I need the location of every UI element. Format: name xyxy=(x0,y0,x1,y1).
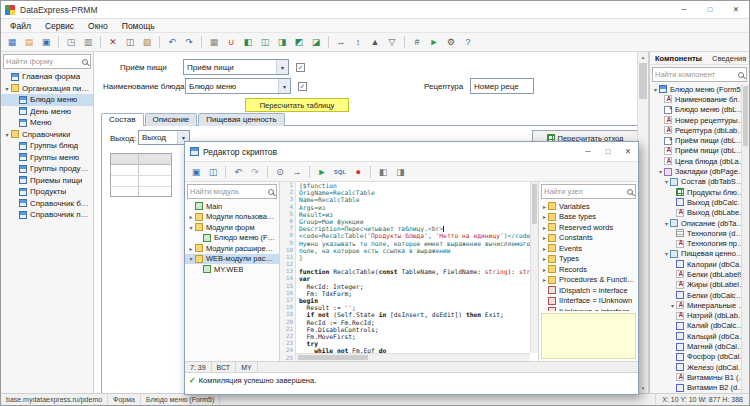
tree-item[interactable]: Продукты xyxy=(1,186,93,198)
help-button[interactable]: ? xyxy=(460,34,476,50)
paste-button[interactable]: ▧ xyxy=(139,34,155,50)
node-item[interactable]: ▸ Records xyxy=(539,264,638,275)
close-button[interactable]: ✕ xyxy=(618,142,638,161)
minimize-button[interactable]: ─ xyxy=(671,1,697,18)
close-button[interactable]: ✕ xyxy=(723,1,749,18)
module-item[interactable]: Блюдо меню (Form5) xyxy=(185,233,279,244)
node-item[interactable]: ▸ Base types xyxy=(539,212,638,223)
expander-icon[interactable]: ▾ xyxy=(657,168,664,175)
dish-combobox[interactable]: Блюдо меню xyxy=(185,78,291,94)
component-item[interactable]: Белки (dbLabel9) xyxy=(650,269,749,279)
redo-icon[interactable]: ↷ xyxy=(247,164,263,180)
component-item[interactable]: Наименование блюда (dbLabel2) xyxy=(650,94,749,104)
component-item[interactable]: Технология (dbMemo1) xyxy=(650,228,749,238)
node-item[interactable]: IUnknown = interface xyxy=(539,306,638,311)
component-item[interactable]: Натрий (dbLabel28) xyxy=(650,311,749,321)
snap-button[interactable]: ∪ xyxy=(223,34,239,50)
align-top-button[interactable]: ◩ xyxy=(291,34,307,50)
expander-icon[interactable]: ▸ xyxy=(187,213,195,220)
code-horizontal-scrollbar[interactable] xyxy=(296,353,530,361)
component-item[interactable]: ▾ Минеральные вещества (dbLabel11) xyxy=(650,300,749,310)
maximize-button[interactable]: □ xyxy=(598,142,618,161)
component-item[interactable]: Выход (dbLabel5) xyxy=(650,208,749,218)
component-item[interactable]: Блюдо меню (dbLookupComboBox1) xyxy=(650,105,749,115)
module-item[interactable]: ▾ WEB-модули расширений xyxy=(185,254,279,265)
panel-left-icon[interactable]: ◧ xyxy=(375,164,391,180)
module-item[interactable]: Main xyxy=(185,201,279,212)
nodes-search-input[interactable] xyxy=(544,187,625,196)
settings-button[interactable]: ⚙ xyxy=(443,34,459,50)
save-icon[interactable]: ▣ xyxy=(188,164,204,180)
tree-item[interactable]: Приемы пищи xyxy=(1,175,93,187)
component-item[interactable]: ▾ Закладки (dbPageControl1) xyxy=(650,166,749,176)
expander-icon[interactable]: ▸ xyxy=(541,245,548,252)
designer-tab[interactable]: Описание xyxy=(145,113,198,126)
expander-icon[interactable]: ▾ xyxy=(663,220,670,227)
tree-item[interactable]: День меню xyxy=(1,106,93,118)
module-item[interactable]: ▸ Модули пользователя xyxy=(185,212,279,223)
run-button[interactable]: ► xyxy=(426,34,442,50)
tree-item[interactable]: Группы меню xyxy=(1,152,93,164)
component-item[interactable]: ▾ Блюдо меню (Form5) xyxy=(650,84,749,94)
component-item[interactable]: Калории (dbCalcEdit2) xyxy=(650,259,749,269)
tree-item[interactable]: Блюдо меню xyxy=(1,94,93,106)
align-center-button[interactable]: ◫ xyxy=(257,34,273,50)
align-left-button[interactable]: ◧ xyxy=(240,34,256,50)
scroll-thumb[interactable] xyxy=(743,86,748,146)
expander-icon[interactable]: ▸ xyxy=(541,224,548,231)
expander-icon[interactable]: ▸ xyxy=(541,276,548,283)
align-right-button[interactable]: ◨ xyxy=(274,34,290,50)
find-icon[interactable]: ⊙ xyxy=(272,164,288,180)
minimize-button[interactable]: ─ xyxy=(578,142,598,161)
expander-icon[interactable]: ▾ xyxy=(3,85,11,92)
expander-icon[interactable]: ▾ xyxy=(669,302,676,309)
component-item[interactable]: Цена блюда (dbLabel8) xyxy=(650,156,749,166)
tree-item[interactable]: Группы блюд xyxy=(1,140,93,152)
modules-search-input[interactable] xyxy=(190,187,266,196)
component-item[interactable]: Магний (dbCalcEdit7) xyxy=(650,341,749,351)
node-item[interactable]: ▸ Constants xyxy=(539,233,638,244)
expander-icon[interactable]: ▸ xyxy=(541,255,548,262)
expander-icon[interactable]: ▾ xyxy=(187,224,195,231)
send-back-button[interactable]: ▽ xyxy=(384,34,400,50)
expander-icon[interactable]: ▾ xyxy=(663,250,670,257)
component-item[interactable]: Выход (dbCalcEdit1) xyxy=(650,197,749,207)
scroll-down-icon[interactable] xyxy=(638,383,648,393)
output-field[interactable]: Выход xyxy=(138,130,190,145)
script-editor-titlebar[interactable]: Редактор скриптов ─ □ ✕ xyxy=(185,142,638,162)
component-item[interactable]: Железо (dbCalcEdit9) xyxy=(650,362,749,372)
node-item[interactable]: ▸ Events xyxy=(539,243,638,254)
node-item[interactable]: ▸ Types xyxy=(539,254,638,265)
expander-icon[interactable]: ▸ xyxy=(541,213,548,220)
maximize-button[interactable]: □ xyxy=(697,1,723,18)
component-item[interactable]: Калий (dbCalcEdit5) xyxy=(650,321,749,331)
component-item[interactable]: Кальций (dbCalcEdit6) xyxy=(650,331,749,341)
component-item[interactable]: ▾ Состав (dbTabSheet1) xyxy=(650,177,749,187)
same-height-button[interactable]: ↕ xyxy=(350,34,366,50)
component-item[interactable]: Жиры (dbLabel10) xyxy=(650,280,749,290)
module-item[interactable]: ▾ Модули форм xyxy=(185,222,279,233)
meal-checkbox[interactable] xyxy=(296,63,305,72)
tree-item[interactable]: ▾ Организация питания xyxy=(1,83,93,95)
bring-front-button[interactable]: ▲ xyxy=(367,34,383,50)
expander-icon[interactable]: ▸ xyxy=(541,266,548,273)
component-item[interactable]: Приём пищи (dbLookupComboBox2) xyxy=(650,135,749,145)
component-item[interactable]: Витамин B2 (dbCalcEdit10) xyxy=(650,383,749,393)
tree-item[interactable]: Справочник блюд xyxy=(1,198,93,210)
node-item[interactable]: ▸ Procedures & Functions xyxy=(539,275,638,286)
export-button[interactable]: ◳ xyxy=(63,34,79,50)
designer-tab[interactable]: Пищевая ценность xyxy=(198,113,284,126)
component-item[interactable]: Фосфор (dbCalcEdit8) xyxy=(650,352,749,362)
node-item[interactable]: ▸ Variables xyxy=(539,201,638,212)
dropdown-arrow-icon[interactable] xyxy=(278,79,290,93)
tree-item[interactable]: Группы продуктов xyxy=(1,163,93,175)
node-item[interactable]: ▸ Reserved words xyxy=(539,222,638,233)
recalc-table-button[interactable]: Пересчитать таблицу xyxy=(245,98,349,112)
print-button[interactable]: ▥ xyxy=(80,34,96,50)
dropdown-arrow-icon[interactable] xyxy=(276,60,288,74)
designer-tab[interactable]: Состав xyxy=(101,113,144,126)
components-scrollbar[interactable] xyxy=(741,84,749,393)
goto-icon[interactable]: → xyxy=(289,164,305,180)
component-item[interactable]: Приём пищи (dbLabel6) xyxy=(650,146,749,156)
tree-item[interactable]: ▾ Справочники xyxy=(1,129,93,141)
